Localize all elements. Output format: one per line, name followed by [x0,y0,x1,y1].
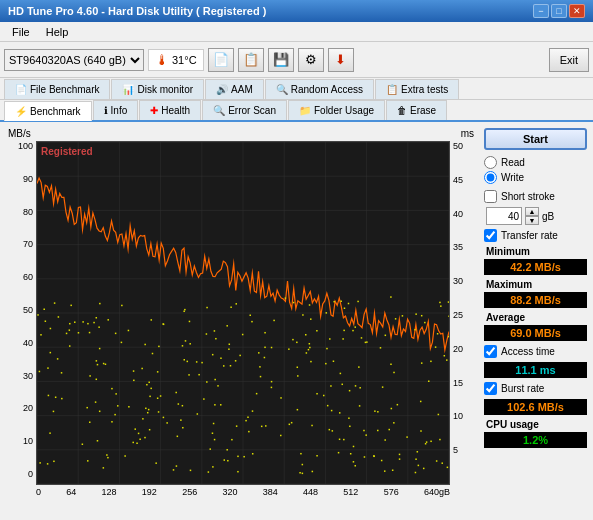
y-axis-right: 50 45 40 35 30 25 20 15 10 5 [450,141,474,497]
main-content: MB/s ms 100 90 80 70 60 50 40 30 20 10 0… [0,122,593,520]
burst-rate-text: Burst rate [501,383,544,394]
tab-benchmark[interactable]: ⚡ Benchmark [4,101,92,121]
menu-file[interactable]: File [4,24,38,40]
transfer-rate-checkbox[interactable] [484,229,497,242]
y-axis-right-label: ms [461,128,474,139]
tab-erase[interactable]: 🗑 Erase [386,100,447,120]
chart-axis-labels: MB/s ms [8,128,474,139]
toolbar-btn-4[interactable]: ⚙ [298,48,324,72]
registered-watermark: Registered [41,146,93,157]
tab-extra-tests[interactable]: 📋 Extra tests [375,79,459,99]
window-controls: − □ ✕ [533,4,585,18]
start-button[interactable]: Start [484,128,587,150]
health-icon: ✚ [150,105,158,116]
access-time-value: 11.1 ms [484,362,587,378]
chart-wrapper: 100 90 80 70 60 50 40 30 20 10 0 Registe… [8,141,474,497]
tabs-row2: ⚡ Benchmark ℹ Info ✚ Health 🔍 Error Scan… [0,100,593,122]
gb-unit: gB [542,211,554,222]
minimum-value: 42.2 MB/s [484,259,587,275]
write-radio-label[interactable]: Write [484,171,587,184]
cpu-usage-label: CPU usage [484,419,587,430]
toolbar: ST9640320AS (640 gB) 🌡 31°C 📄 📋 💾 ⚙ ⬇ Ex… [0,42,593,78]
maximize-button[interactable]: □ [551,4,567,18]
close-button[interactable]: ✕ [569,4,585,18]
toolbar-btn-1[interactable]: 📄 [208,48,234,72]
benchmark-icon: ⚡ [15,106,27,117]
exit-button[interactable]: Exit [549,48,589,72]
access-time-stat: 11.1 ms [484,362,587,378]
temperature-value: 31°C [172,54,197,66]
tab-disk-monitor[interactable]: 📊 Disk monitor [111,79,204,99]
error-scan-icon: 🔍 [213,105,225,116]
menubar: File Help [0,22,593,42]
short-stroke-label[interactable]: Short stroke [484,190,587,203]
minimum-label: Minimum [484,246,587,257]
transfer-rate-text: Transfer rate [501,230,558,241]
temperature-badge: 🌡 31°C [148,49,204,71]
window-title: HD Tune Pro 4.60 - Hard Disk Utility ( R… [8,5,266,17]
extra-tests-icon: 📋 [386,84,398,95]
average-value: 69.0 MB/s [484,325,587,341]
average-label: Average [484,312,587,323]
access-time-label[interactable]: Access time [484,345,587,358]
toolbar-btn-3[interactable]: 💾 [268,48,294,72]
menu-help[interactable]: Help [38,24,77,40]
maximum-stat: Maximum 88.2 MB/s [484,279,587,308]
titlebar: HD Tune Pro 4.60 - Hard Disk Utility ( R… [0,0,593,22]
short-stroke-checkbox[interactable] [484,190,497,203]
right-panel: Start Read Write Short stroke ▲ ▼ gB [478,122,593,520]
tab-info[interactable]: ℹ Info [93,100,139,120]
toolbar-btn-2[interactable]: 📋 [238,48,264,72]
thermometer-icon: 🌡 [155,52,169,68]
read-radio[interactable] [484,156,497,169]
cpu-usage-value: 1.2% [484,432,587,448]
maximum-value: 88.2 MB/s [484,292,587,308]
write-radio[interactable] [484,171,497,184]
gb-spinner: ▲ ▼ [525,207,539,225]
burst-rate-stat: 102.6 MB/s [484,399,587,415]
benchmark-chart [37,142,449,484]
gb-spin-down[interactable]: ▼ [525,216,539,225]
disk-monitor-icon: 📊 [122,84,134,95]
burst-rate-value: 102.6 MB/s [484,399,587,415]
tab-file-benchmark[interactable]: 📄 File Benchmark [4,79,110,99]
chart-main: Registered 0 64 128 192 256 320 384 448 … [36,141,450,497]
read-write-group: Read Write [484,154,587,186]
short-stroke-text: Short stroke [501,191,555,202]
random-access-icon: 🔍 [276,84,288,95]
tab-random-access[interactable]: 🔍 Random Access [265,79,374,99]
chart-canvas: Registered [36,141,450,485]
chart-area: MB/s ms 100 90 80 70 60 50 40 30 20 10 0… [0,122,478,520]
burst-rate-label[interactable]: Burst rate [484,382,587,395]
gb-spin-up[interactable]: ▲ [525,207,539,216]
toolbar-btn-5[interactable]: ⬇ [328,48,354,72]
info-icon: ℹ [104,105,108,116]
minimum-stat: Minimum 42.2 MB/s [484,246,587,275]
y-axis-left: 100 90 80 70 60 50 40 30 20 10 0 [8,141,36,497]
transfer-rate-label[interactable]: Transfer rate [484,229,587,242]
tab-error-scan[interactable]: 🔍 Error Scan [202,100,287,120]
file-benchmark-icon: 📄 [15,84,27,95]
erase-icon: 🗑 [397,105,407,116]
burst-rate-checkbox[interactable] [484,382,497,395]
aam-icon: 🔊 [216,84,228,95]
average-stat: Average 69.0 MB/s [484,312,587,341]
access-time-text: Access time [501,346,555,357]
gb-input-row: ▲ ▼ gB [484,207,587,225]
access-time-checkbox[interactable] [484,345,497,358]
maximum-label: Maximum [484,279,587,290]
cpu-usage-stat: CPU usage 1.2% [484,419,587,448]
tab-health[interactable]: ✚ Health [139,100,201,120]
minimize-button[interactable]: − [533,4,549,18]
read-label: Read [501,157,525,168]
gb-input[interactable] [486,207,522,225]
drive-select[interactable]: ST9640320AS (640 gB) [4,49,144,71]
tabs-row1: 📄 File Benchmark 📊 Disk monitor 🔊 AAM 🔍 … [0,78,593,100]
tab-aam[interactable]: 🔊 AAM [205,79,264,99]
y-axis-left-label: MB/s [8,128,31,139]
tab-folder-usage[interactable]: 📁 Folder Usage [288,100,385,120]
x-axis: 0 64 128 192 256 320 384 448 512 576 640… [36,485,450,497]
folder-usage-icon: 📁 [299,105,311,116]
write-label: Write [501,172,524,183]
read-radio-label[interactable]: Read [484,156,587,169]
